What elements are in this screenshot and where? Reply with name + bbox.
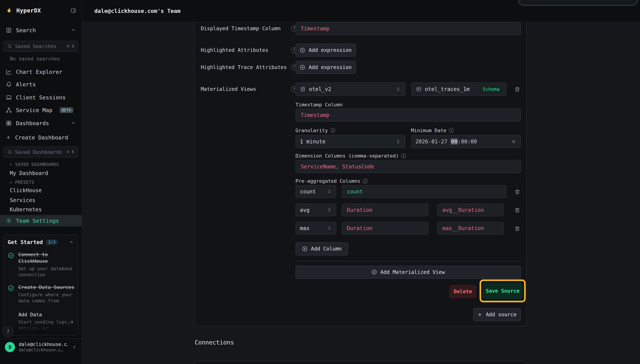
preset-link-label: Kubernetes bbox=[10, 206, 42, 212]
preset-link-label: Services bbox=[10, 197, 36, 203]
sidebar-item-search[interactable]: Search bbox=[0, 24, 82, 36]
chevron-down-icon bbox=[9, 162, 13, 166]
button-label: Add expression bbox=[309, 47, 352, 53]
create-dashboard-button[interactable]: Create Dashboard bbox=[0, 132, 82, 143]
laptop-icon bbox=[6, 94, 12, 100]
plus-circle-icon bbox=[302, 246, 308, 252]
info-icon[interactable]: i bbox=[330, 128, 335, 133]
search-icon bbox=[7, 44, 12, 49]
delete-source-button[interactable]: Delete bbox=[449, 285, 476, 298]
sidebar-item-label: Search bbox=[16, 27, 36, 34]
get-started-card: Get Started 2/3 Connect to ClickHouse Se… bbox=[3, 234, 78, 336]
database-select[interactable]: otel_v2 bbox=[296, 82, 405, 96]
chevron-up-icon[interactable] bbox=[69, 240, 74, 245]
add-expression-button[interactable]: Add expression bbox=[296, 61, 356, 74]
section-title: PRESETS bbox=[15, 180, 34, 185]
get-started-step-connect[interactable]: Connect to ClickHouse Set up your databa… bbox=[8, 251, 74, 278]
add-source-button[interactable]: Add source bbox=[473, 308, 521, 321]
dashboard-link-label: My Dashboard bbox=[10, 170, 48, 176]
sidebar-collapse-icon[interactable] bbox=[70, 8, 76, 14]
add-expression-button[interactable]: Add expression bbox=[296, 44, 356, 57]
plus-circle-icon bbox=[300, 64, 305, 70]
granularity-select[interactable]: 1 minute bbox=[296, 135, 405, 148]
main: dale@clickhouse.com's Team Displayed Tim… bbox=[82, 0, 640, 364]
info-icon[interactable]: i bbox=[363, 178, 368, 184]
sidebar-item-team-settings[interactable]: Team Settings bbox=[0, 215, 82, 226]
aggfn-select[interactable]: max bbox=[296, 222, 336, 234]
bell-icon bbox=[6, 81, 12, 88]
app-root: HyperDX Search ⌘ K No saved searches Cha… bbox=[0, 0, 640, 364]
sidebar-item-kubernetes[interactable]: Kubernetes bbox=[0, 205, 82, 214]
agg-expression-input[interactable] bbox=[342, 204, 428, 216]
content-area: Displayed Timestamp Column ? Highlighted… bbox=[82, 22, 640, 364]
search-icon bbox=[7, 150, 12, 154]
saved-dashboards-box[interactable]: ⌘ K bbox=[3, 146, 78, 158]
add-materialized-view-button[interactable]: Add Materialized View bbox=[296, 266, 521, 279]
help-button[interactable]: ? bbox=[3, 326, 14, 337]
field-label: Highlighted Trace Attributes bbox=[201, 64, 287, 70]
saved-searches-box[interactable]: ⌘ K bbox=[3, 41, 78, 52]
presets-section[interactable]: PRESETS bbox=[0, 180, 82, 185]
get-started-step-sources[interactable]: Create Data Sources Configure where your… bbox=[8, 284, 74, 304]
displayed-timestamp-input[interactable] bbox=[296, 22, 521, 35]
plus-icon bbox=[477, 312, 483, 317]
saved-dashboards-section[interactable]: SAVED DASHBOARDS bbox=[0, 162, 82, 167]
minimum-date-input[interactable]: 2026-01-2700:00:00 bbox=[411, 135, 521, 148]
chevron-updown-icon bbox=[395, 139, 401, 144]
page-title: dale@clickhouse.com's Team bbox=[94, 8, 181, 14]
date-rest: :00:00 bbox=[458, 138, 477, 145]
sidebar-item-services[interactable]: Services bbox=[0, 196, 82, 204]
delete-row-trash-icon[interactable] bbox=[514, 206, 521, 214]
sidebar-item-alerts[interactable]: Alerts bbox=[0, 79, 82, 90]
sidebar-item-dashboards[interactable]: Dashboards bbox=[0, 118, 82, 129]
shortcut-hint: ⌘ K bbox=[67, 150, 75, 154]
table-select[interactable]: otel_traces_1m Schema bbox=[411, 82, 506, 96]
agg-expression-input[interactable] bbox=[342, 222, 428, 234]
chevron-up-icon[interactable] bbox=[71, 28, 76, 33]
chevron-up-icon[interactable] bbox=[71, 120, 76, 126]
schema-link[interactable]: Schema bbox=[480, 86, 502, 92]
agg-alias-input[interactable] bbox=[437, 222, 504, 234]
dimension-columns-input[interactable] bbox=[296, 160, 521, 173]
save-source-highlight: Save Source bbox=[479, 280, 526, 302]
agg-alias-input[interactable] bbox=[437, 204, 504, 216]
sidebar-item-client-sessions[interactable]: Client Sessions bbox=[0, 92, 82, 103]
field-label: Highlighted Attributes bbox=[201, 47, 268, 53]
mv-timestamp-input[interactable] bbox=[296, 108, 521, 122]
create-dashboard-label: Create Dashboard bbox=[15, 134, 68, 141]
info-icon[interactable]: i bbox=[449, 128, 454, 133]
select-value: count bbox=[300, 188, 316, 195]
clear-date-icon[interactable] bbox=[511, 139, 516, 144]
save-source-button[interactable]: Save Source bbox=[483, 283, 522, 299]
brand-name: HyperDX bbox=[16, 7, 41, 14]
sidebar-item-service-map[interactable]: Service Map BETA bbox=[0, 104, 82, 116]
sidebar-item-clickhouse[interactable]: ClickHouse bbox=[0, 186, 82, 195]
sidebar-item-label: Team Settings bbox=[16, 218, 59, 224]
select-value: otel_v2 bbox=[309, 86, 331, 92]
delete-view-trash-icon[interactable] bbox=[514, 86, 521, 93]
plus-circle-icon bbox=[371, 269, 377, 275]
database-icon bbox=[300, 86, 306, 92]
info-icon[interactable]: i bbox=[401, 154, 406, 158]
connections-panel bbox=[194, 360, 527, 364]
sidebar-item-my-dashboard[interactable]: My Dashboard bbox=[0, 169, 82, 178]
aggfn-select[interactable]: count bbox=[296, 185, 336, 198]
sidebar-item-chart-explorer[interactable]: Chart Explorer bbox=[0, 66, 82, 78]
add-column-button[interactable]: Add Column bbox=[296, 242, 348, 255]
delete-row-trash-icon[interactable] bbox=[514, 225, 521, 232]
header-search-pill[interactable] bbox=[518, 0, 638, 6]
aggfn-select[interactable]: avg bbox=[296, 204, 336, 216]
step-title: Add Data bbox=[18, 312, 75, 318]
service-map-icon bbox=[6, 107, 12, 113]
avatar: D bbox=[5, 342, 15, 352]
saved-dashboards-input[interactable] bbox=[15, 149, 64, 155]
chevron-updown-icon bbox=[327, 189, 332, 194]
section-title: SAVED DASHBOARDS bbox=[15, 162, 59, 167]
main-header: dale@clickhouse.com's Team bbox=[82, 0, 640, 22]
beta-badge: BETA bbox=[60, 107, 73, 113]
delete-row-trash-icon[interactable] bbox=[514, 188, 521, 196]
agg-expression-input[interactable] bbox=[342, 185, 506, 198]
saved-searches-input[interactable] bbox=[15, 44, 64, 49]
select-value: otel_traces_1m bbox=[425, 86, 469, 92]
user-menu[interactable]: D dale@clickhouse.c… dale@clickhouse.c… bbox=[0, 338, 82, 356]
